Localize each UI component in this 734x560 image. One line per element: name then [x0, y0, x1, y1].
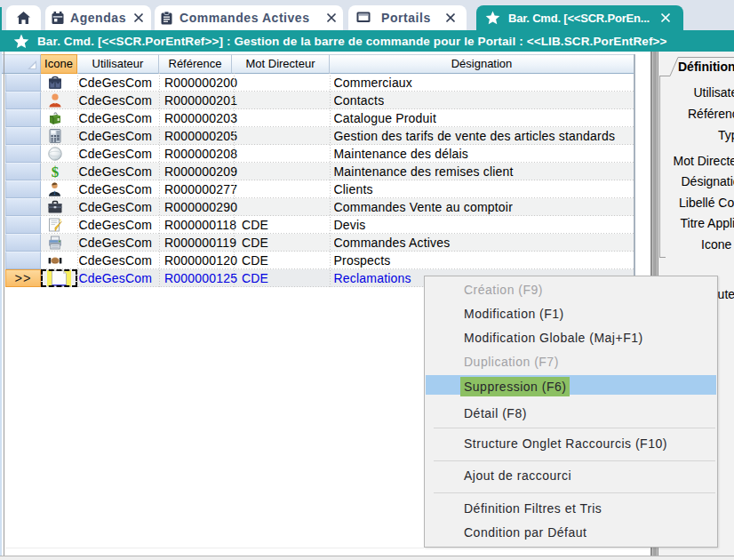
svg-text:$: $: [52, 164, 60, 179]
